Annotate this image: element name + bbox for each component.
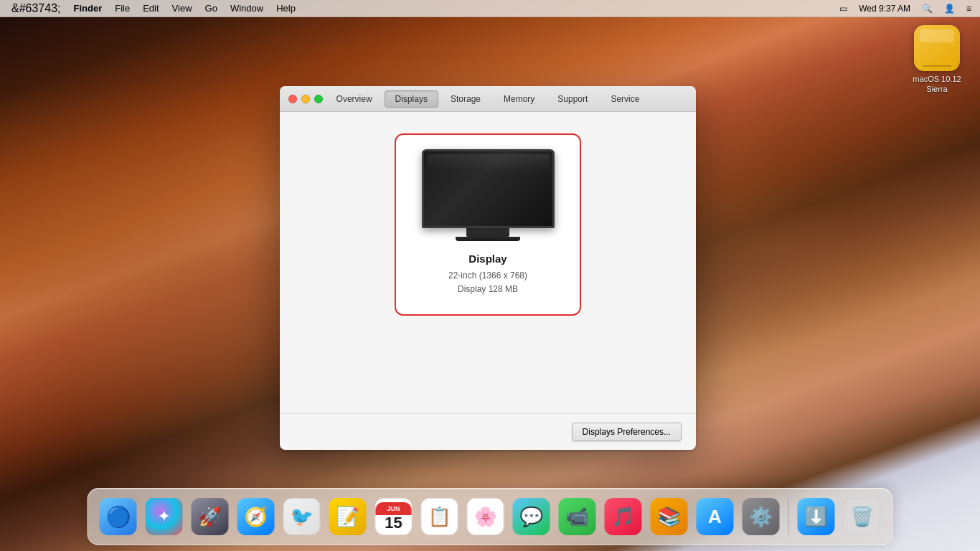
calendar-icon: JUN 15 <box>375 498 413 535</box>
menu-bar-left: &#63743; Finder File Edit View Go Window… <box>6 1 301 15</box>
dock-item-appstore[interactable]: A <box>694 495 737 538</box>
menu-bar: &#63743; Finder File Edit View Go Window… <box>0 0 980 17</box>
ibooks-icon: 📚 <box>651 498 688 535</box>
display-detail-resolution: 22-inch (980 x 551) <box>448 269 527 283</box>
macos-icon-image <box>914 25 960 71</box>
traffic-lights <box>288 95 323 103</box>
tab-overview[interactable]: Overview <box>326 90 383 108</box>
dock-item-finder[interactable]: 🔵 <box>97 495 140 538</box>
displays-preferences-button[interactable]: Displays Preferences... <box>572 423 682 441</box>
window-menu[interactable]: Window <box>225 1 269 15</box>
window-titlebar: Overview Displays Storage Memory Support… <box>280 86 696 112</box>
display-info: Display 22-inch (980 x 551) Display 128… <box>448 253 527 296</box>
monitor-screen <box>422 149 555 228</box>
dock-separator <box>788 499 789 534</box>
dock-item-safari[interactable]: 🧭 <box>235 495 278 538</box>
dock-item-reminders[interactable]: 📋 <box>418 495 461 538</box>
photos-icon: 🌸 <box>467 498 504 535</box>
window-footer: Displays Preferences... <box>280 413 696 450</box>
help-menu[interactable]: Help <box>270 1 301 15</box>
monitor-illustration <box>422 149 555 241</box>
notification-icon[interactable]: ≡ <box>963 2 974 15</box>
tab-service[interactable]: Service <box>600 90 650 108</box>
reminders-icon: 📋 <box>421 498 458 535</box>
close-button[interactable] <box>288 95 297 103</box>
minimize-button[interactable] <box>301 95 310 103</box>
system-prefs-icon: ⚙️ <box>743 498 780 535</box>
facetime-icon: 📹 <box>559 498 596 535</box>
music-icon: 🎵 <box>605 498 642 535</box>
notes-icon: 📝 <box>329 498 367 535</box>
view-menu[interactable]: View <box>166 1 198 15</box>
dock: 🔵 ✦ 🚀 🧭 🐦 📝 JUN 15 <box>88 488 893 545</box>
file-menu[interactable]: File <box>109 1 136 15</box>
tab-storage[interactable]: Storage <box>440 90 491 108</box>
edit-menu[interactable]: Edit <box>137 1 164 15</box>
datetime-display: Wed 9:37 AM <box>856 2 913 15</box>
user-icon[interactable]: 👤 <box>941 2 958 15</box>
dock-item-photos[interactable]: 🌸 <box>464 495 507 538</box>
apple-menu[interactable]: &#63743; <box>6 2 67 15</box>
tab-memory[interactable]: Memory <box>493 90 545 108</box>
monitor-base <box>456 237 520 241</box>
dock-item-launchpad[interactable]: 🚀 <box>189 495 232 538</box>
dock-item-messages[interactable]: 💬 <box>510 495 553 538</box>
display-card: Display 22-inch (980 x 551) Display 128… <box>395 133 581 316</box>
tab-support[interactable]: Support <box>547 90 598 108</box>
maximize-button[interactable] <box>314 95 323 103</box>
go-menu[interactable]: Go <box>199 1 223 15</box>
dock-item-siri[interactable]: ✦ <box>143 495 186 538</box>
display-detail-memory: Display 128 MB <box>448 283 527 296</box>
dock-item-trash[interactable]: 🗑️ <box>841 495 884 538</box>
desktop-icon-macos[interactable]: macOS 10.12 Sierra <box>908 25 966 95</box>
appstore-icon: A <box>697 498 734 535</box>
tab-bar: Overview Displays Storage Memory Support… <box>288 90 687 108</box>
bird-icon: 🐦 <box>283 498 321 535</box>
system-info-window: Overview Displays Storage Memory Support… <box>280 86 696 450</box>
dock-item-downloads[interactable]: ⬇️ <box>795 495 838 538</box>
screen-share-icon[interactable]: ▭ <box>837 2 850 15</box>
finder-menu[interactable]: Finder <box>68 1 108 15</box>
menu-bar-right: ▭ Wed 9:37 AM 🔍 👤 ≡ <box>837 2 974 15</box>
display-title: Display <box>448 253 527 265</box>
trash-icon: 🗑️ <box>844 498 881 535</box>
monitor-stand <box>466 228 509 237</box>
siri-icon: ✦ <box>146 498 183 535</box>
dock-item-music[interactable]: 🎵 <box>602 495 645 538</box>
window-content: Display 22-inch (980 x 551) Display 128… <box>280 112 696 413</box>
dock-item-bird[interactable]: 🐦 <box>281 495 324 538</box>
downloads-icon: ⬇️ <box>798 498 835 535</box>
dock-item-facetime[interactable]: 📹 <box>556 495 599 538</box>
finder-icon: 🔵 <box>100 498 137 535</box>
dock-item-system-prefs[interactable]: ⚙️ <box>740 495 783 538</box>
messages-icon: 💬 <box>513 498 550 535</box>
dock-item-ibooks[interactable]: 📚 <box>648 495 691 538</box>
dock-item-calendar[interactable]: JUN 15 <box>372 495 415 538</box>
dock-item-notes[interactable]: 📝 <box>326 495 369 538</box>
search-icon[interactable]: 🔍 <box>919 2 936 15</box>
launchpad-icon: 🚀 <box>192 498 229 535</box>
safari-icon: 🧭 <box>237 498 275 535</box>
tab-displays[interactable]: Displays <box>385 90 438 108</box>
desktop-icon-label: macOS 10.12 Sierra <box>913 74 961 95</box>
